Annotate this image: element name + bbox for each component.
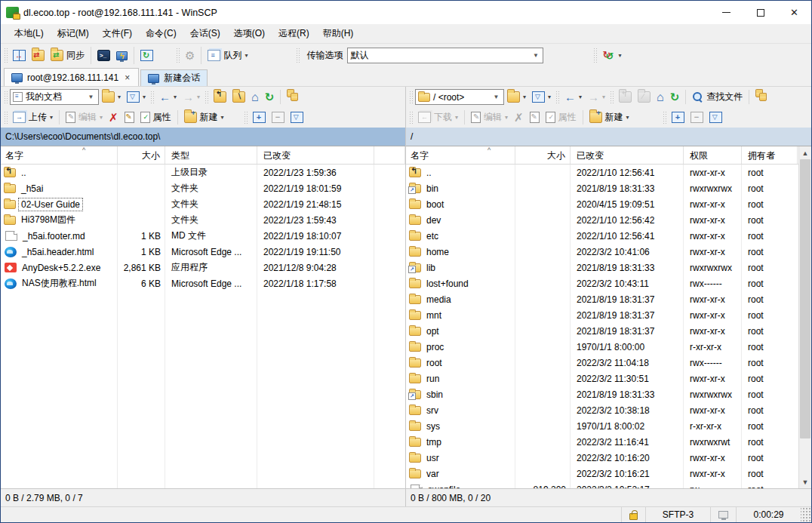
file-row[interactable]: var2022/3/2 10:16:21rwxr-xr-xroot [406, 466, 811, 481]
local-back-button[interactable]: ←▾ [156, 89, 180, 105]
upload-button[interactable]: →上传▾ [10, 109, 56, 126]
remote-parent-directory-button[interactable]: ↰ [616, 89, 635, 105]
close-tab-icon[interactable]: × [123, 72, 131, 83]
file-row[interactable]: _h5ai.footer.md1 KBMD 文件2022/1/19 18:10:… [1, 228, 405, 244]
minimize-button[interactable] [709, 1, 743, 24]
remote-filter-button[interactable]: ▽▾ [529, 89, 554, 105]
file-row[interactable]: 02-User Guide文件夹2022/1/19 21:48:15 [1, 196, 405, 212]
remote-unselect-button[interactable]: − [687, 109, 706, 125]
column-header[interactable]: 权限 [684, 146, 742, 164]
menu-item[interactable]: 远程(R) [272, 25, 315, 42]
file-row[interactable]: mnt2021/8/19 18:31:37rwxr-xr-xroot [406, 307, 811, 323]
remote-drive-combobox[interactable]: / <root> ▼ [415, 89, 504, 105]
local-parent-directory-button[interactable]: ↰ [211, 89, 229, 105]
file-row[interactable]: usr2022/3/2 10:16:20rwxr-xr-xroot [406, 450, 811, 466]
column-header[interactable]: 类型 [165, 146, 257, 164]
local-delete-button[interactable]: ✗ [106, 109, 121, 125]
remote-new-button[interactable]: +新建▾ [586, 109, 632, 126]
file-row[interactable]: bin2021/8/19 18:31:33rwxrwxrwxroot [406, 180, 811, 196]
local-drive-combobox[interactable]: ≡ 我的文档 ▼ [10, 89, 99, 105]
menu-item[interactable]: 文件(F) [97, 25, 138, 42]
local-select-button[interactable]: + [250, 109, 269, 125]
file-row[interactable]: NAS使用教程.html6 KBMicrosoft Edge ...2022/1… [1, 275, 405, 291]
local-unselect-button[interactable]: − [269, 109, 288, 125]
menu-item[interactable]: 帮助(H) [317, 25, 360, 42]
local-open-directory-button[interactable]: ▾ [99, 89, 124, 105]
file-row[interactable]: media2021/8/19 18:31:37rwxr-xr-xroot [406, 291, 811, 307]
file-row[interactable]: ..上级目录2022/1/23 1:59:36 [1, 165, 405, 180]
maximize-button[interactable] [743, 1, 777, 24]
transfer-settings-button[interactable]: ↻↺ ▾ [599, 48, 624, 63]
menu-item[interactable]: 本地(L) [8, 25, 50, 42]
file-row[interactable]: root2022/3/2 11:04:18rwx------root [406, 355, 811, 371]
menu-item[interactable]: 会话(S) [184, 25, 226, 42]
file-row[interactable]: lib2021/8/19 18:31:33rwxrwxrwxroot [406, 260, 811, 275]
close-button[interactable]: ✕ [777, 1, 811, 24]
file-row[interactable]: home2022/3/2 10:41:06rwxr-xr-xroot [406, 244, 811, 260]
local-refresh-button[interactable]: ↻ [262, 89, 278, 105]
remote-forward-button[interactable]: →▾ [585, 89, 608, 105]
scrollbar-thumb[interactable] [800, 159, 810, 438]
preferences-button[interactable]: ⚙ [182, 47, 198, 65]
file-row[interactable]: etc2022/1/10 12:56:41rwxr-xr-xroot [406, 228, 811, 244]
local-properties-button[interactable]: ✓属性 [137, 109, 174, 126]
remote-back-button[interactable]: ←▾ [561, 89, 585, 105]
tab-new-session[interactable]: 新建会话 [140, 69, 208, 86]
toggle-panels-button[interactable]: ↔ [10, 48, 29, 63]
local-new-button[interactable]: +新建▾ [181, 109, 227, 126]
tab-session-active[interactable]: root@192.168.111.141 × [4, 68, 139, 86]
remote-edit-button[interactable]: ✎编辑▾ [468, 109, 511, 126]
file-row[interactable]: sys1970/1/1 8:00:02r-xr-xr-xroot [406, 418, 811, 434]
menu-item[interactable]: 选项(O) [228, 25, 271, 42]
remote-selection-filter-button[interactable]: ▽ [706, 109, 725, 125]
refresh-session-button[interactable]: ↻ [137, 48, 156, 63]
local-home-button[interactable]: ⌂ [248, 89, 262, 106]
resize-grip[interactable] [801, 507, 811, 522]
file-row[interactable]: tmp2022/3/2 11:16:41rwxrwxrwtroot [406, 434, 811, 450]
transfer-preset-combobox[interactable]: 默认 ▼ [347, 48, 543, 63]
compare-directories-button[interactable]: ⇄ [29, 48, 48, 63]
local-selection-filter-button[interactable]: ▽ [288, 109, 306, 125]
console-command-button[interactable]: ϟ [113, 49, 131, 63]
file-row[interactable]: Hi3798M固件文件夹2022/1/23 1:59:43 [1, 212, 405, 228]
menu-item[interactable]: 命令(C) [140, 25, 183, 42]
open-terminal-button[interactable]: >_ [94, 48, 113, 63]
file-row[interactable]: run2022/3/2 11:30:51rwxr-xr-xroot [406, 371, 811, 386]
local-root-directory-button[interactable]: ∖ [229, 89, 248, 105]
column-header[interactable]: 名字^ [1, 146, 118, 164]
encryption-cell[interactable] [621, 507, 645, 522]
file-row[interactable]: lost+found2022/3/2 10:43:11rwx------root [406, 275, 811, 291]
menu-item[interactable]: 标记(M) [51, 25, 95, 42]
column-header[interactable]: 已改变 [571, 146, 684, 164]
local-edit-button[interactable]: ✎编辑▾ [63, 109, 106, 126]
file-row[interactable]: proc1970/1/1 8:00:00r-xr-xr-xroot [406, 339, 811, 355]
local-rename-button[interactable]: ✎ [121, 109, 137, 125]
file-row[interactable]: sbin2021/8/19 18:31:33rwxrwxrwxroot [406, 386, 811, 402]
file-row[interactable]: AnyDesk+5.2.2.exe2,861 KB应用程序2021/12/8 9… [1, 260, 405, 275]
column-header[interactable]: 大小 [118, 146, 165, 164]
remote-follow-local-button[interactable] [752, 89, 771, 105]
file-row[interactable]: boot2020/4/15 19:09:51rwxr-xr-xroot [406, 196, 811, 212]
file-row[interactable]: srv2022/3/2 10:38:18rwxr-xr-xroot [406, 402, 811, 418]
vertical-scrollbar[interactable]: ▲ ▼ [798, 146, 811, 488]
remote-rename-button[interactable]: ✎ [527, 109, 543, 125]
remote-path-bar[interactable]: / [406, 128, 811, 146]
file-row[interactable]: opt2021/8/19 18:31:37rwxr-xr-xroot [406, 323, 811, 339]
local-filter-button[interactable]: ▽▾ [124, 89, 149, 105]
file-row[interactable]: dev2022/1/10 12:56:42rwxr-xr-xroot [406, 212, 811, 228]
file-row[interactable]: _h5ai文件夹2022/1/19 18:01:59 [1, 180, 405, 196]
synchronize-button[interactable]: ⇄同步 [48, 47, 88, 64]
find-files-button[interactable]: 查找文件 [689, 88, 746, 106]
column-header[interactable]: 已改变 [257, 146, 374, 164]
protocol-cell[interactable]: SFTP-3 [645, 507, 710, 522]
remote-refresh-button[interactable]: ↻ [667, 89, 683, 105]
download-button[interactable]: ←下载▾ [415, 109, 461, 126]
local-path-bar[interactable]: C:\Users\ecoo\Documents\dl.ecoo.top\ [1, 128, 405, 146]
remote-open-directory-button[interactable]: ▾ [504, 89, 529, 105]
remote-properties-button[interactable]: ✓属性 [543, 109, 580, 126]
column-header[interactable]: 名字^ [406, 146, 515, 164]
remote-root-directory-button[interactable]: ∕ [635, 89, 654, 105]
column-header[interactable] [374, 146, 405, 164]
local-forward-button[interactable]: →▾ [180, 89, 203, 105]
queue-button[interactable]: ≡队列▾ [205, 47, 251, 64]
